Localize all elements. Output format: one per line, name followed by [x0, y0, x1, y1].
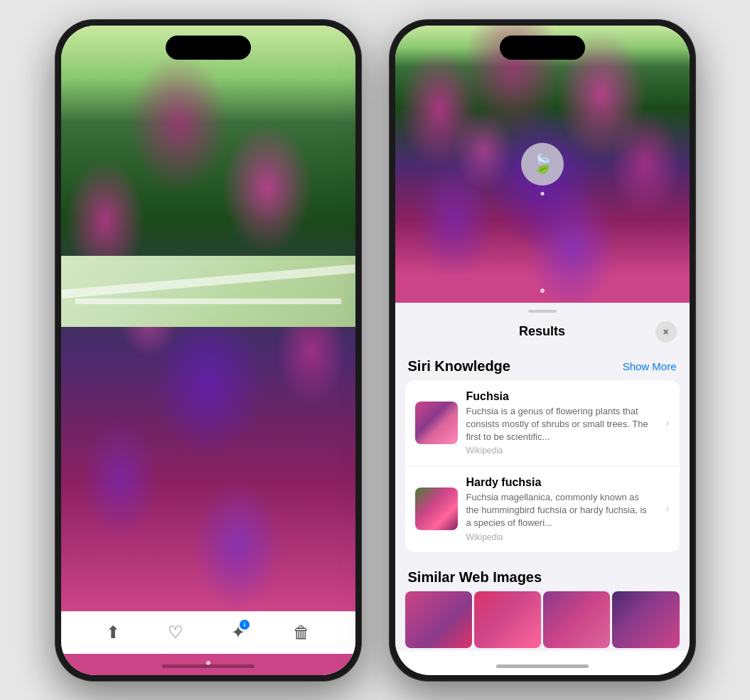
web-images-section: Similar Web Images: [395, 555, 690, 651]
left-toolbar: ⬆ ♡ ✦ i 🗑: [61, 611, 355, 654]
share-icon[interactable]: ⬆: [106, 623, 120, 642]
flower-background: [61, 26, 355, 675]
fuchsia-thumbnail: [415, 402, 458, 444]
results-panel: Results × Siri Knowledge Show More: [395, 303, 690, 651]
web-images-row: [395, 591, 690, 648]
phones-container: Add a Caption 🍃 Look Up – Plant › Monday…: [55, 20, 695, 681]
web-images-header: Similar Web Images: [395, 562, 690, 591]
knowledge-card: Fuchsia Fuchsia is a genus of flowering …: [405, 380, 680, 552]
visual-search-dot: [540, 192, 544, 195]
right-phone: 🍃 Results × Siri Knowledge Show More: [390, 20, 695, 681]
fuchsia-name: Fuchsia: [466, 390, 655, 403]
trash-icon[interactable]: 🗑: [293, 623, 310, 642]
web-image-3[interactable]: [543, 591, 610, 648]
visual-search-button[interactable]: 🍃: [521, 143, 564, 185]
hardy-fuchsia-desc: Fuchsia magellanica, commonly known as t…: [466, 491, 655, 530]
results-close-button[interactable]: ×: [655, 321, 677, 343]
web-images-title: Similar Web Images: [408, 569, 542, 586]
siri-knowledge-header: Siri Knowledge Show More: [395, 351, 690, 380]
hardy-fuchsia-name: Hardy fuchsia: [466, 476, 655, 489]
left-phone: Add a Caption 🍃 Look Up – Plant › Monday…: [55, 20, 361, 681]
web-image-1[interactable]: [405, 591, 472, 648]
knowledge-item-hardy-fuchsia[interactable]: Hardy fuchsia Fuchsia magellanica, commo…: [405, 465, 680, 552]
map-area[interactable]: [61, 256, 355, 327]
left-home-indicator: [162, 664, 255, 668]
fuchsia-source: Wikipedia: [466, 446, 655, 456]
results-header: Results ×: [395, 318, 690, 351]
results-handle[interactable]: [528, 310, 557, 313]
fuchsia-content: Fuchsia Fuchsia is a genus of flowering …: [466, 390, 655, 456]
right-photo-dot: [540, 289, 545, 293]
right-phone-screen: 🍃 Results × Siri Knowledge Show More: [395, 26, 690, 675]
hardy-fuchsia-thumbnail: [415, 488, 458, 530]
web-image-4[interactable]: [612, 591, 679, 648]
results-title: Results: [429, 324, 655, 339]
fuchsia-chevron: ›: [665, 416, 669, 429]
siri-knowledge-title: Siri Knowledge: [408, 358, 510, 375]
web-image-2[interactable]: [474, 591, 541, 648]
hardy-fuchsia-chevron: ›: [665, 502, 669, 515]
right-photo-area[interactable]: 🍃: [395, 26, 690, 303]
knowledge-item-fuchsia[interactable]: Fuchsia Fuchsia is a genus of flowering …: [405, 380, 680, 466]
show-more-button[interactable]: Show More: [623, 360, 677, 372]
hardy-fuchsia-content: Hardy fuchsia Fuchsia magellanica, commo…: [466, 476, 655, 542]
info-icon[interactable]: ✦ i: [231, 623, 245, 642]
info-badge: i: [240, 620, 250, 630]
right-home-indicator: [496, 664, 589, 668]
hardy-fuchsia-source: Wikipedia: [466, 532, 655, 542]
dynamic-island-right: [500, 36, 585, 60]
heart-icon[interactable]: ♡: [168, 623, 183, 642]
left-phone-screen: Add a Caption 🍃 Look Up – Plant › Monday…: [61, 26, 355, 675]
dynamic-island-left: [166, 36, 251, 60]
fuchsia-desc: Fuchsia is a genus of flowering plants t…: [466, 405, 655, 444]
